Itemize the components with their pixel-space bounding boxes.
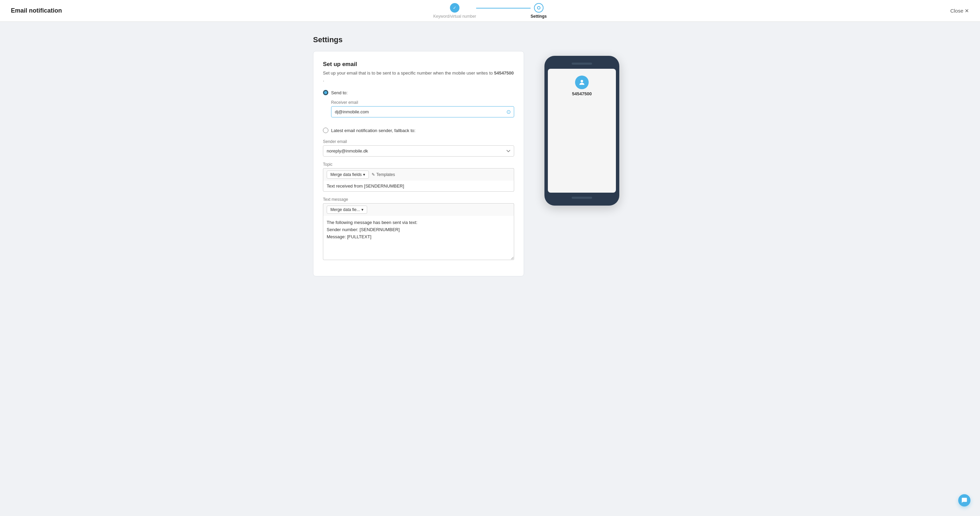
main-content: Settings Set up email Set up your email … (286, 22, 694, 290)
topic-input[interactable] (323, 181, 514, 192)
step-1-label: Keyword/virtual number (433, 14, 476, 19)
step-1: ✓ Keyword/virtual number (433, 3, 476, 19)
close-icon: ✕ (965, 8, 969, 14)
email-person-icon: ⊙ (506, 108, 511, 115)
radio-send-to[interactable]: Send to: (323, 90, 514, 95)
radio-group: Send to: Receiver email ⊙ Latest email n… (323, 90, 514, 133)
merge-data-dropdown[interactable]: Merge data fields ▾ (327, 170, 369, 179)
topic-label: Topic (323, 162, 514, 167)
setup-card: Set up email Set up your email that is t… (313, 51, 524, 276)
chevron-down-icon: ▾ (363, 172, 365, 177)
topic-group: Topic Merge data fields ▾ ✎ Templates (323, 162, 514, 192)
radio-send-to-input[interactable] (323, 90, 328, 95)
receiver-email-group: Receiver email ⊙ (331, 100, 514, 118)
phone-speaker-top (572, 63, 592, 65)
receiver-email-input[interactable] (331, 106, 514, 118)
settings-title: Settings (313, 35, 524, 44)
page-title: Email notification (11, 7, 62, 14)
svg-point-0 (581, 80, 583, 82)
merge-data-short-dropdown[interactable]: Merge data fie... ▾ (327, 205, 367, 214)
receiver-email-label: Receiver email (331, 100, 514, 105)
step-1-circle: ✓ (450, 3, 460, 13)
receiver-email-input-wrapper: ⊙ (331, 106, 514, 118)
radio-latest-label: Latest email notification sender, fallba… (331, 128, 415, 133)
phone-display-number: 54547500 (572, 91, 592, 96)
message-toolbar: Merge data fie... ▾ (323, 203, 514, 216)
header: Email notification ✓ Keyword/virtual num… (0, 0, 980, 22)
chevron-down-icon-2: ▾ (361, 207, 363, 212)
text-message-group: Text message Merge data fie... ▾ The fol… (323, 197, 514, 261)
avatar (575, 76, 589, 89)
close-button[interactable]: Close ✕ (950, 8, 969, 14)
merge-data-short-label: Merge data fie... (331, 207, 360, 212)
sender-email-label: Sender email (323, 139, 514, 144)
message-textarea[interactable]: The following message has been sent via … (323, 216, 514, 260)
phone-number-inline: 54547500 (494, 70, 514, 76)
phone-preview: 54547500 (544, 35, 619, 276)
wizard-steps: ✓ Keyword/virtual number Settings (433, 3, 546, 19)
card-description: Set up your email that is to be sent to … (323, 70, 514, 83)
merge-data-label: Merge data fields (331, 172, 362, 177)
topic-toolbar: Merge data fields ▾ ✎ Templates (323, 168, 514, 181)
step-2-label: Settings (530, 14, 546, 19)
card-title: Set up email (323, 61, 514, 68)
radio-send-to-label: Send to: (331, 90, 347, 95)
phone-speaker-bottom (572, 197, 592, 199)
step-2-circle (534, 3, 543, 13)
templates-label: Templates (376, 172, 395, 177)
form-section: Settings Set up email Set up your email … (313, 35, 524, 276)
templates-button[interactable]: ✎ Templates (372, 172, 395, 177)
step-2: Settings (530, 3, 546, 19)
sender-email-select[interactable]: noreply@inmobile.dk (323, 145, 514, 156)
radio-latest-sender-input[interactable] (323, 127, 328, 133)
phone-screen: 54547500 (548, 69, 616, 193)
sender-email-group: Sender email noreply@inmobile.dk (323, 139, 514, 156)
phone-mockup: 54547500 (544, 56, 619, 205)
close-label: Close (950, 8, 963, 14)
text-message-label: Text message (323, 197, 514, 202)
edit-icon: ✎ (372, 172, 375, 177)
radio-latest-sender[interactable]: Latest email notification sender, fallba… (323, 127, 514, 133)
step-connector (476, 8, 530, 8)
